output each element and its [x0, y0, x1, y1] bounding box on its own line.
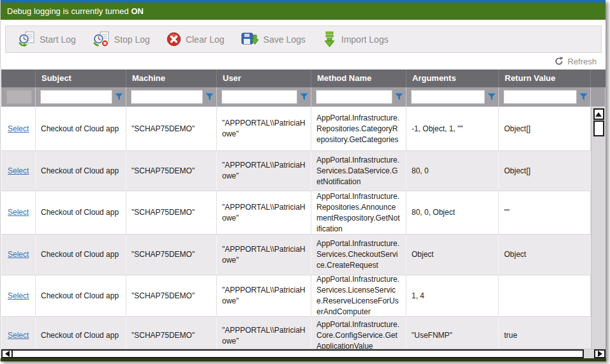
- scroll-up-button[interactable]: [593, 108, 604, 120]
- refresh-row: Refresh: [1, 53, 606, 69]
- filter-disabled-box: [6, 90, 32, 104]
- header-method-name[interactable]: Method Name: [311, 69, 406, 87]
- triangle-right-icon: [598, 351, 602, 357]
- header-subject[interactable]: Subject: [36, 69, 126, 87]
- header-select: [1, 69, 36, 87]
- cell-subject: Checkout of Cloud app: [36, 275, 126, 316]
- debug-status-banner: Debug logging is currently turned ON: [1, 3, 606, 20]
- clear-log-button[interactable]: Clear Log: [158, 26, 233, 52]
- scroll-left-button[interactable]: [1, 349, 13, 358]
- header-machine[interactable]: Machine: [126, 69, 217, 87]
- cell-machine: "SCHAP75DEMO": [126, 107, 217, 150]
- filter-input-machine[interactable]: [131, 90, 203, 104]
- cell-select: Select: [1, 275, 36, 316]
- scroll-right-button[interactable]: [594, 349, 606, 358]
- cell-user: "APPPORTAL\\PatriciaHowe": [217, 235, 311, 275]
- table-row: SelectCheckout of Cloud app"SCHAP75DEMO"…: [1, 235, 591, 275]
- cell-method: AppPortal.Infrastructure.Repositories.An…: [311, 191, 406, 234]
- header-return-value[interactable]: Return Value: [499, 69, 591, 87]
- stop-log-button[interactable]: Stop Log: [84, 26, 158, 52]
- header-user[interactable]: User: [217, 69, 311, 87]
- filter-subject-cell: [36, 87, 126, 106]
- cell-select: Select: [1, 191, 36, 234]
- filter-input-arguments[interactable]: [411, 90, 485, 104]
- header-filler: [591, 69, 606, 87]
- select-link[interactable]: Select: [8, 207, 29, 218]
- refresh-icon[interactable]: [554, 57, 563, 66]
- select-link[interactable]: Select: [8, 291, 29, 302]
- filter-input-method[interactable]: [316, 90, 392, 104]
- filter-funnel-icon[interactable]: [487, 93, 496, 101]
- scroll-track-gap[interactable]: [584, 349, 594, 358]
- table-rows: SelectCheckout of Cloud app"SCHAP75DEMO"…: [1, 107, 591, 349]
- select-link[interactable]: Select: [8, 330, 29, 341]
- clear-log-label: Clear Log: [186, 34, 225, 45]
- cell-machine: "SCHAP75DEMO": [126, 317, 217, 349]
- filter-input-user[interactable]: [221, 90, 297, 104]
- cell-ret: Object: [499, 235, 591, 275]
- select-link[interactable]: Select: [8, 249, 29, 260]
- cell-user: "APPPORTAL\\PatriciaHowe": [217, 275, 311, 316]
- save-logs-label: Save Logs: [264, 34, 306, 45]
- select-link[interactable]: Select: [8, 124, 29, 135]
- cell-select: Select: [1, 317, 36, 349]
- table-row: SelectCheckout of Cloud app"SCHAP75DEMO"…: [1, 151, 591, 191]
- save-logs-icon: [241, 31, 259, 47]
- start-log-button[interactable]: Start Log: [10, 26, 84, 52]
- horizontal-scrollbar[interactable]: [1, 349, 606, 358]
- vertical-scroll-thumb[interactable]: [593, 120, 604, 136]
- filter-machine-cell: [126, 87, 217, 106]
- cell-machine: "SCHAP75DEMO": [126, 235, 217, 275]
- cell-machine: "SCHAP75DEMO": [126, 191, 217, 234]
- cell-ret: [499, 275, 591, 316]
- cell-method: AppPortal.Infrastructure.Services.DataSe…: [311, 151, 406, 191]
- filter-funnel-icon[interactable]: [579, 93, 588, 101]
- start-log-icon: [18, 31, 35, 47]
- log-toolbar: Start Log Stop Log: [5, 25, 602, 53]
- cell-ret: Object[]: [499, 151, 591, 191]
- triangle-left-icon: [5, 351, 10, 357]
- filter-funnel-icon[interactable]: [205, 93, 214, 101]
- import-logs-label: Import Logs: [341, 34, 389, 45]
- table-row: SelectCheckout of Cloud app"SCHAP75DEMO"…: [1, 191, 591, 235]
- filter-method-cell: [311, 87, 406, 106]
- cell-args: 80, 0: [406, 151, 499, 191]
- horizontal-scroll-thumb[interactable]: [13, 349, 584, 358]
- cell-select: Select: [1, 151, 36, 191]
- cell-ret: "": [499, 191, 591, 234]
- cell-user: "APPPORTAL\\PatriciaHowe": [217, 317, 311, 349]
- stop-log-icon: [93, 31, 110, 47]
- import-logs-icon: [322, 31, 337, 48]
- filter-funnel-icon[interactable]: [115, 93, 123, 101]
- filter-funnel-icon[interactable]: [395, 93, 403, 101]
- cell-args: "UseFNMP": [406, 317, 499, 349]
- cell-method: AppPortal.Infrastructure.Services.Licens…: [311, 275, 406, 316]
- cell-method: AppPortal.Infrastructure.Services.Checko…: [311, 235, 406, 275]
- cell-method: AppPortal.Infrastructure.Core.ConfigServ…: [311, 317, 406, 349]
- save-logs-button[interactable]: Save Logs: [233, 26, 314, 52]
- log-grid: Subject Machine User Method Name Argumen…: [1, 69, 606, 358]
- grid-body: SelectCheckout of Cloud app"SCHAP75DEMO"…: [1, 106, 606, 349]
- select-link[interactable]: Select: [8, 166, 29, 177]
- header-arguments[interactable]: Arguments: [406, 69, 499, 87]
- import-logs-button[interactable]: Import Logs: [314, 26, 397, 52]
- cell-ret: Object[]: [499, 107, 591, 150]
- refresh-link[interactable]: Refresh: [567, 57, 597, 66]
- table-row: SelectCheckout of Cloud app"SCHAP75DEMO"…: [1, 275, 591, 317]
- cell-args: Object: [406, 235, 499, 275]
- filter-input-return[interactable]: [503, 90, 577, 104]
- grid-filter-row: [1, 87, 606, 106]
- cell-subject: Checkout of Cloud app: [36, 235, 126, 275]
- filter-input-subject[interactable]: [40, 90, 112, 104]
- cell-args: -1, Object, 1, "": [406, 107, 499, 150]
- vertical-scrollbar[interactable]: [591, 107, 606, 349]
- start-log-label: Start Log: [40, 34, 76, 45]
- cell-machine: "SCHAP75DEMO": [126, 275, 217, 316]
- filter-arguments-cell: [406, 87, 499, 106]
- cell-user: "APPPORTAL\\PatriciaHowe": [217, 191, 311, 234]
- clear-log-icon: [167, 32, 181, 47]
- triangle-up-icon: [595, 112, 602, 117]
- cell-subject: Checkout of Cloud app: [36, 107, 126, 150]
- grid-header: Subject Machine User Method Name Argumen…: [1, 69, 606, 87]
- filter-funnel-icon[interactable]: [300, 93, 308, 101]
